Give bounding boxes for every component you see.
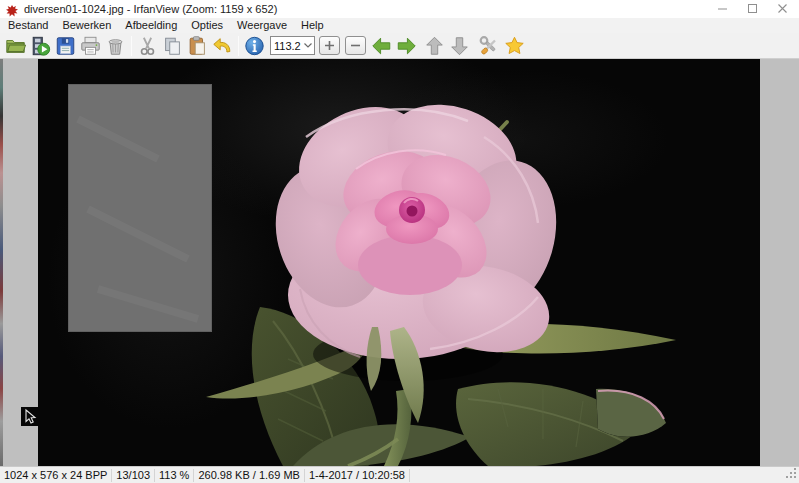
toolbar: 113.2 (0, 33, 799, 59)
chevron-down-icon (304, 43, 312, 48)
statusbar: 1024 x 576 x 24 BPP 13/103 113 % 260.98 … (0, 466, 799, 483)
properties-button[interactable] (477, 34, 502, 58)
maximize-button[interactable] (738, 0, 768, 18)
menubar: Bestand Bewerken Afbeelding Opties Weerg… (0, 18, 799, 33)
status-file-index: 13/103 (112, 469, 155, 482)
undo-icon (211, 35, 234, 57)
status-image-info: 1024 x 576 x 24 BPP (0, 469, 112, 482)
open-button[interactable] (3, 34, 28, 58)
zoom-out-icon (350, 40, 361, 51)
minimize-icon (718, 4, 728, 14)
zoom-in-button[interactable] (319, 36, 340, 55)
print-icon (79, 35, 102, 57)
paste-button[interactable] (185, 34, 210, 58)
arrow-down-icon (448, 35, 471, 57)
zoom-in-icon (324, 40, 335, 51)
menu-bestand[interactable]: Bestand (1, 18, 55, 33)
favorites-star-icon (503, 35, 526, 57)
previous-image-button[interactable] (369, 34, 394, 58)
cut-button[interactable] (135, 34, 160, 58)
last-image-button[interactable] (447, 34, 472, 58)
copy-button[interactable] (160, 34, 185, 58)
status-file-size: 260.98 KB / 1.69 MB (194, 469, 305, 482)
undo-button[interactable] (210, 34, 235, 58)
photo-canvas[interactable] (38, 59, 760, 466)
cursor-arrow-icon (21, 407, 38, 426)
favorites-button[interactable] (502, 34, 527, 58)
window-title: diversen01-1024.jpg - IrfanView (Zoom: 1… (24, 3, 277, 15)
cut-scissors-icon (136, 35, 159, 57)
irfanview-window: diversen01-1024.jpg - IrfanView (Zoom: 1… (0, 0, 799, 483)
zoom-combobox[interactable]: 113.2 (270, 36, 315, 55)
menu-afbeelding[interactable]: Afbeelding (118, 18, 184, 33)
info-button[interactable] (242, 34, 267, 58)
image-viewer-area (0, 59, 799, 466)
zoom-value: 113.2 (271, 40, 304, 52)
resize-grip-icon (786, 468, 797, 479)
menu-bewerken[interactable]: Bewerken (55, 18, 118, 33)
arrow-right-icon (395, 35, 418, 57)
next-image-button[interactable] (394, 34, 419, 58)
toolbar-separator (238, 36, 239, 56)
zoom-out-button[interactable] (345, 36, 366, 55)
menu-help[interactable]: Help (294, 18, 331, 33)
open-folder-icon (4, 35, 27, 57)
tools-icon (478, 35, 501, 57)
close-button[interactable] (768, 0, 798, 18)
mouse-cursor (21, 407, 38, 426)
status-zoom-percent: 113 % (155, 469, 194, 482)
delete-button[interactable] (103, 34, 128, 58)
toolbar-separator (131, 36, 132, 56)
maximize-icon (748, 4, 758, 14)
irfanview-app-icon (6, 3, 18, 15)
info-icon (243, 35, 266, 57)
save-icon (54, 35, 77, 57)
slideshow-button[interactable] (28, 34, 53, 58)
save-button[interactable] (53, 34, 78, 58)
menu-opties[interactable]: Opties (184, 18, 230, 33)
menu-weergave[interactable]: Weergave (230, 18, 294, 33)
resize-grip[interactable] (786, 468, 797, 481)
paste-clipboard-icon (186, 35, 209, 57)
close-icon (778, 4, 788, 14)
selection-rectangle[interactable] (68, 84, 212, 332)
edge-artifact-strip (0, 59, 3, 466)
copy-icon (161, 35, 184, 57)
print-button[interactable] (78, 34, 103, 58)
arrow-up-icon (423, 35, 446, 57)
minimize-button[interactable] (708, 0, 738, 18)
status-file-datetime: 1-4-2017 / 10:20:58 (305, 469, 410, 482)
titlebar: diversen01-1024.jpg - IrfanView (Zoom: 1… (0, 0, 799, 18)
arrow-left-icon (370, 35, 393, 57)
delete-trash-icon (104, 35, 127, 57)
slideshow-icon (29, 35, 52, 57)
first-image-button[interactable] (422, 34, 447, 58)
